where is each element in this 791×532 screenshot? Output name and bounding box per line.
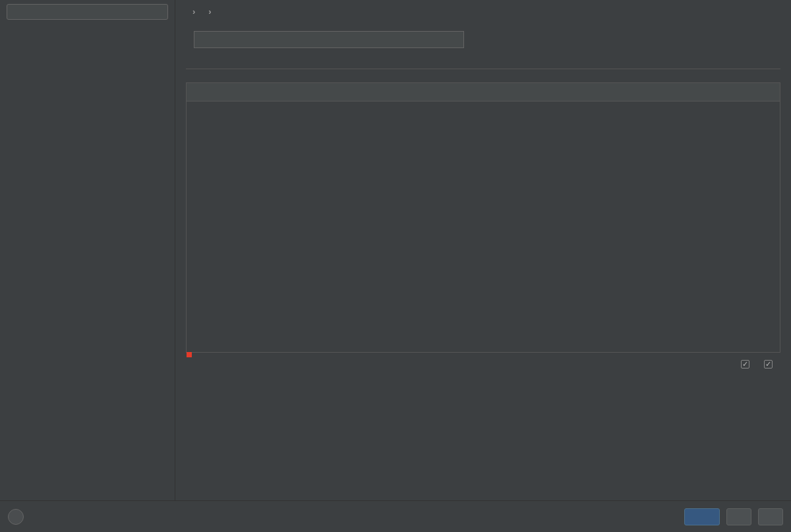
apply-button[interactable] <box>758 508 783 525</box>
sdk-location-input[interactable] <box>194 31 464 48</box>
hide-obsolete-checkbox[interactable] <box>741 358 752 369</box>
settings-sidebar <box>0 0 175 500</box>
search-input[interactable] <box>7 4 168 20</box>
ok-button[interactable] <box>684 508 720 525</box>
sdk-table <box>186 82 780 353</box>
sdk-tabs <box>186 57 780 69</box>
dialog-button-bar <box>0 500 791 532</box>
settings-tree <box>0 25 175 500</box>
tab-description <box>186 69 469 82</box>
help-button[interactable] <box>8 509 24 525</box>
chevron-right-icon: › <box>192 7 195 16</box>
breadcrumb: › › <box>186 5 218 23</box>
cancel-button[interactable] <box>726 508 751 525</box>
show-package-details-checkbox[interactable] <box>764 358 775 369</box>
content-pane: › › <box>175 0 791 500</box>
chevron-right-icon: › <box>208 7 211 16</box>
